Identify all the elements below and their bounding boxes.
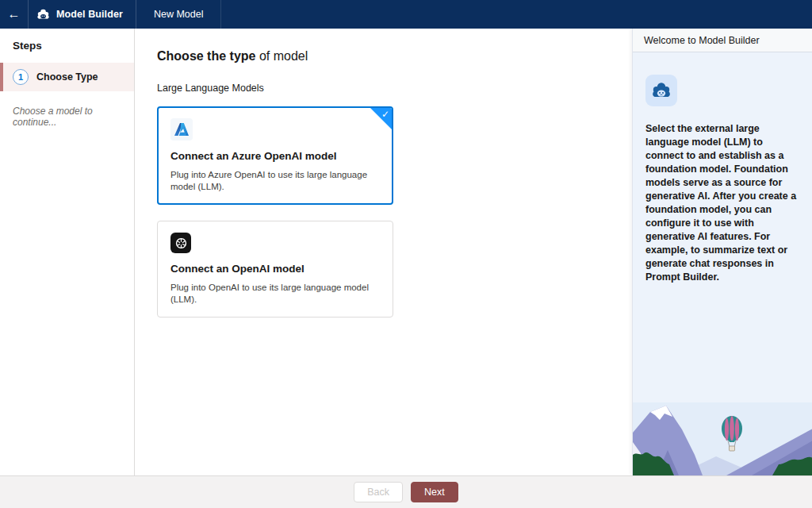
sidebar-step-choose-type[interactable]: 1 Choose Type [0, 63, 134, 91]
back-arrow-icon: ← [8, 7, 21, 21]
main-content: Choose the type of model Large Language … [135, 29, 632, 475]
back-arrow-button[interactable]: ← [0, 0, 29, 29]
openai-icon [170, 233, 191, 253]
einstein-icon [645, 75, 677, 106]
tab-new-model[interactable]: New Model [136, 0, 222, 29]
card-title: Connect an OpenAI model [170, 263, 380, 275]
content-area: Steps 1 Choose Type Choose a model to co… [0, 29, 812, 475]
card-azure-openai-model[interactable]: ✓ Connect an Azure OpenAI [157, 106, 393, 205]
card-openai-model[interactable]: Connect an OpenAI model Plug into OpenAI… [157, 221, 393, 318]
steps-heading: Steps [0, 29, 134, 63]
next-button[interactable]: Next [411, 482, 458, 503]
welcome-panel-title: Welcome to Model Builder [633, 29, 812, 52]
page-title-rest: of model [255, 49, 308, 63]
mountains-balloon-illustration [633, 402, 812, 475]
section-label-llm: Large Language Models [157, 83, 632, 94]
step-number-badge: 1 [13, 69, 29, 85]
back-button[interactable]: Back [354, 482, 403, 503]
check-icon: ✓ [381, 109, 389, 120]
top-navigation-bar: ← Model Build [0, 0, 812, 29]
step-active-accent-bar [0, 63, 3, 91]
steps-sidebar: Steps 1 Choose Type Choose a model to co… [0, 29, 135, 475]
card-description: Plug into Azure OpenAI to use its large … [170, 169, 380, 193]
step-label: Choose Type [36, 71, 98, 83]
einstein-icon [36, 9, 50, 20]
welcome-panel-description: Select the external large language model… [645, 122, 802, 284]
sidebar-hint-text: Choose a model to continue... [0, 91, 134, 142]
card-description: Plug into OpenAI to use its large langua… [170, 282, 380, 306]
page-title: Choose the type of model [157, 49, 632, 64]
welcome-panel: Welcome to Model Builder [632, 29, 812, 475]
card-title: Connect an Azure OpenAI model [170, 150, 380, 162]
footer-action-bar: Back Next [0, 475, 812, 508]
app-title-section: Model Builder [29, 0, 136, 29]
page-title-bold: Choose the type [157, 49, 255, 63]
azure-icon [170, 118, 193, 140]
app-name: Model Builder [56, 9, 123, 20]
